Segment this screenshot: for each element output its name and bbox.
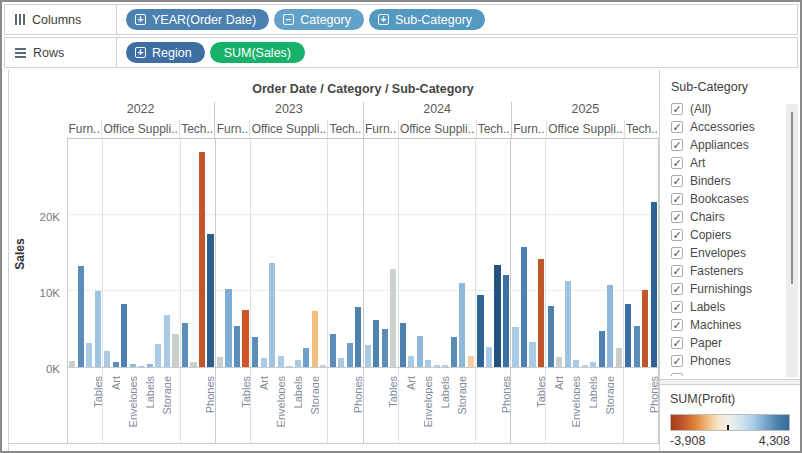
bar-Accessories-2024[interactable]	[477, 295, 483, 367]
bar-Bookcases-2025[interactable]	[512, 327, 518, 367]
profit-gradient-bar[interactable]	[670, 414, 790, 431]
checkbox-icon[interactable]: ✓	[671, 175, 683, 187]
bar-Paper-2024[interactable]	[451, 337, 457, 367]
filter-item-partial[interactable]: ✓	[671, 370, 800, 376]
bar-Phones-2024[interactable]	[503, 275, 509, 367]
bar-Art-2022[interactable]	[113, 362, 119, 367]
pill-rows-1[interactable]: SUM(Sales)	[210, 42, 305, 63]
bar-Storage-2022[interactable]	[164, 315, 170, 367]
filter-item-Paper[interactable]: ✓Paper	[671, 334, 800, 352]
bar-Tables-2024[interactable]	[390, 269, 396, 367]
bar-Binders-2022[interactable]	[121, 304, 127, 367]
bar-Storage-2025[interactable]	[607, 285, 613, 367]
checkbox-icon[interactable]: ✓	[671, 337, 683, 349]
bar-Binders-2025[interactable]	[565, 281, 571, 367]
bar-Phones-2022[interactable]	[207, 234, 213, 367]
filter-item-Copiers[interactable]: ✓Copiers	[671, 226, 800, 244]
bar-Paper-2023[interactable]	[303, 348, 309, 367]
expand-icon[interactable]: +	[135, 14, 146, 25]
pill-rows-0[interactable]: +Region	[126, 42, 205, 63]
bar-Art-2024[interactable]	[408, 356, 414, 367]
bar-Supplies-2025[interactable]	[616, 348, 622, 367]
checkbox-icon[interactable]: ✓	[671, 211, 683, 223]
bar-Envelopes-2025[interactable]	[573, 360, 579, 367]
bar-Envelopes-2023[interactable]	[278, 356, 284, 367]
checkbox-icon[interactable]: ✓	[671, 247, 683, 259]
bar-Art-2025[interactable]	[556, 357, 562, 367]
bar-Binders-2024[interactable]	[417, 336, 423, 367]
bar-Copiers-2024[interactable]	[486, 347, 492, 367]
pill-columns-1[interactable]: −Category	[274, 9, 364, 30]
expand-icon[interactable]: +	[378, 14, 389, 25]
checkbox-icon[interactable]: ✓	[671, 139, 683, 151]
bar-Labels-2025[interactable]	[590, 362, 596, 367]
filter-scrollbar[interactable]	[786, 104, 798, 377]
bar-Art-2023[interactable]	[261, 358, 267, 367]
bar-Accessories-2023[interactable]	[330, 334, 336, 367]
filter-item-Art[interactable]: ✓Art	[671, 154, 800, 172]
bar-Appliances-2023[interactable]	[252, 337, 258, 367]
filter-item-Chairs[interactable]: ✓Chairs	[671, 208, 800, 226]
checkbox-icon[interactable]: ✓	[671, 283, 683, 295]
checkbox-icon[interactable]: ✓	[671, 157, 683, 169]
bar-Chairs-2023[interactable]	[225, 289, 231, 367]
checkbox-icon[interactable]: ✓	[671, 193, 683, 205]
filter-item-Machines[interactable]: ✓Machines	[671, 316, 800, 334]
bar-Furnishings-2023[interactable]	[234, 326, 240, 367]
bar-Chairs-2025[interactable]	[521, 247, 527, 367]
bar-Fasteners-2024[interactable]	[434, 365, 440, 367]
bar-Furnishings-2022[interactable]	[86, 343, 92, 367]
bar-Chairs-2022[interactable]	[78, 266, 84, 367]
pill-columns-0[interactable]: +YEAR(Order Date)	[126, 9, 269, 30]
filter-item-Accessories[interactable]: ✓Accessories	[671, 118, 800, 136]
bar-Appliances-2024[interactable]	[400, 323, 406, 367]
bar-Accessories-2022[interactable]	[182, 323, 188, 367]
bar-Tables-2025[interactable]	[538, 259, 544, 367]
bar-Tables-2023[interactable]	[242, 310, 248, 367]
bar-Supplies-2023[interactable]	[320, 365, 326, 367]
checkbox-icon[interactable]: ✓	[671, 121, 683, 133]
bar-Phones-2025[interactable]	[651, 202, 657, 367]
bar-Envelopes-2022[interactable]	[130, 364, 136, 367]
bar-Binders-2023[interactable]	[269, 263, 275, 367]
bar-Machines-2022[interactable]	[199, 152, 205, 367]
filter-item-Phones[interactable]: ✓Phones	[671, 352, 800, 370]
checkbox-icon[interactable]: ✓	[671, 301, 683, 313]
bar-Paper-2025[interactable]	[599, 331, 605, 367]
bar-Bookcases-2022[interactable]	[69, 361, 75, 367]
filter-item-Appliances[interactable]: ✓Appliances	[671, 136, 800, 154]
bar-Fasteners-2022[interactable]	[138, 366, 144, 367]
bar-Labels-2024[interactable]	[442, 365, 448, 367]
expand-icon[interactable]: +	[135, 47, 146, 58]
filter-item-Furnishings[interactable]: ✓Furnishings	[671, 280, 800, 298]
filter-item-Fasteners[interactable]: ✓Fasteners	[671, 262, 800, 280]
bar-Appliances-2025[interactable]	[548, 306, 554, 367]
scrollbar-thumb[interactable]	[791, 112, 793, 284]
pill-columns-2[interactable]: +Sub-Category	[369, 9, 485, 30]
bar-Phones-2023[interactable]	[355, 307, 361, 367]
checkbox-icon[interactable]: ✓	[671, 319, 683, 331]
bar-Machines-2023[interactable]	[347, 343, 353, 367]
checkbox-icon[interactable]: ✓	[671, 103, 683, 115]
bar-Envelopes-2024[interactable]	[425, 360, 431, 367]
checkbox-icon[interactable]: ✓	[671, 355, 683, 367]
bar-Labels-2023[interactable]	[295, 360, 301, 367]
bar-Supplies-2024[interactable]	[468, 356, 474, 367]
bar-Furnishings-2025[interactable]	[529, 342, 535, 367]
filter-item-Bookcases[interactable]: ✓Bookcases	[671, 190, 800, 208]
filter-item-Labels[interactable]: ✓Labels	[671, 298, 800, 316]
bar-Paper-2022[interactable]	[155, 344, 161, 367]
bar-Machines-2025[interactable]	[642, 290, 648, 367]
bar-Labels-2022[interactable]	[147, 364, 153, 367]
checkbox-icon[interactable]: ✓	[671, 373, 683, 376]
bar-Fasteners-2025[interactable]	[582, 365, 588, 367]
bar-Bookcases-2023[interactable]	[217, 357, 223, 367]
bar-Machines-2024[interactable]	[494, 265, 500, 367]
bar-Fasteners-2023[interactable]	[286, 366, 292, 367]
bar-Accessories-2025[interactable]	[625, 304, 631, 367]
bar-Supplies-2022[interactable]	[172, 334, 178, 367]
bar-Furnishings-2024[interactable]	[382, 329, 388, 367]
bar-Storage-2024[interactable]	[459, 283, 465, 367]
bar-Copiers-2022[interactable]	[190, 362, 196, 367]
collapse-icon[interactable]: −	[283, 14, 294, 25]
